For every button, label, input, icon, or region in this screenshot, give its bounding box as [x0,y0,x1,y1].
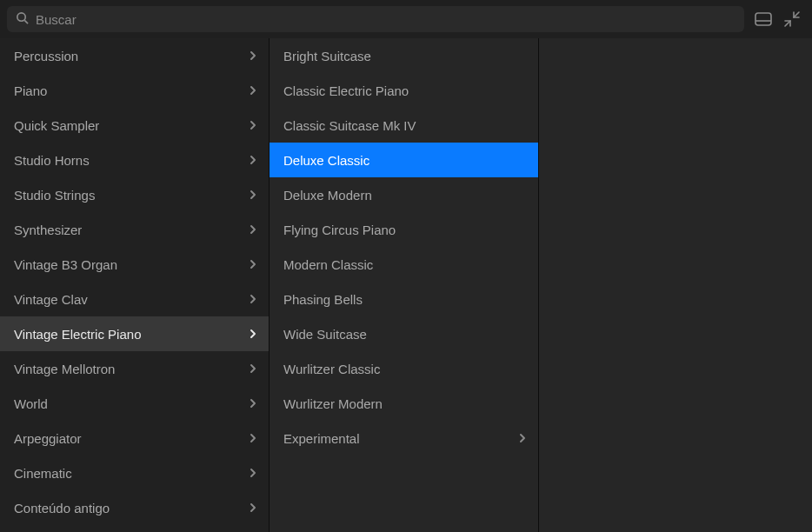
category-item[interactable]: Studio Horns [0,143,269,177]
svg-rect-2 [755,13,771,25]
preset-item[interactable]: Modern Classic [270,247,538,282]
category-item[interactable]: Studio Strings [0,177,269,212]
chevron-right-icon [250,257,256,272]
category-item[interactable]: Vintage B3 Organ [0,247,269,282]
chevron-right-icon [250,49,256,63]
detail-column [539,38,812,532]
preset-item[interactable]: Wurlitzer Classic [270,351,538,386]
category-item[interactable]: Arpeggiator [0,421,269,456]
preset-item[interactable]: Experimental [270,421,538,456]
preset-item-label: Phasing Bells [283,292,363,307]
category-item[interactable]: Percussion [0,38,269,73]
chevron-right-icon [250,118,256,133]
preset-item-label: Wide Suitcase [283,327,367,342]
chevron-right-icon [519,431,526,446]
chevron-right-icon [250,362,256,376]
preset-item-label: Flying Circus Piano [283,223,396,237]
chevron-right-icon [250,466,256,481]
category-item[interactable]: Conteúdo antigo [0,490,269,525]
category-item[interactable]: Synthesizer [0,212,269,247]
preset-item-label: Classic Electric Piano [283,83,409,98]
category-item-label: Piano [14,83,47,98]
preset-item-label: Deluxe Modern [283,188,372,203]
chevron-right-icon [250,153,256,168]
browser-columns: PercussionPianoQuick SamplerStudio Horns… [0,38,812,532]
category-item-label: World [14,396,48,411]
preset-item[interactable]: Phasing Bells [270,282,538,316]
collapse-icon[interactable] [784,11,800,27]
view-mode-icon[interactable] [755,12,772,26]
category-item[interactable]: Piano [0,73,269,108]
category-item-label: Studio Horns [14,153,90,168]
top-bar [0,0,812,38]
category-item-label: Cinematic [14,466,72,481]
preset-item-label: Classic Suitcase Mk IV [283,118,416,133]
category-item-label: Percussion [14,49,78,63]
category-item[interactable]: Quick Sampler [0,108,269,143]
preset-item-label: Wurlitzer Modern [283,396,383,411]
category-item[interactable]: World [0,386,269,421]
toolbar-right [755,11,805,27]
category-item-label: Vintage Clav [14,292,88,307]
preset-item-label: Wurlitzer Classic [283,362,380,376]
preset-item[interactable]: Classic Electric Piano [270,73,538,108]
chevron-right-icon [250,292,256,307]
preset-column: Bright SuitcaseClassic Electric PianoCla… [270,38,539,532]
preset-item-label: Bright Suitcase [283,49,371,63]
category-item[interactable]: Vintage Electric Piano [0,316,269,351]
svg-line-4 [794,12,799,17]
preset-item[interactable]: Deluxe Classic [270,143,538,177]
chevron-right-icon [250,188,256,203]
category-item[interactable]: Vintage Mellotron [0,351,269,386]
preset-item[interactable]: Classic Suitcase Mk IV [270,108,538,143]
preset-item[interactable]: Bright Suitcase [270,38,538,73]
preset-item[interactable]: Flying Circus Piano [270,212,538,247]
category-item-label: Vintage Mellotron [14,362,115,376]
category-item-label: Conteúdo antigo [14,501,110,515]
search-container[interactable] [7,6,744,32]
preset-item-label: Experimental [283,431,360,446]
category-item[interactable]: Cinematic [0,456,269,490]
category-column: PercussionPianoQuick SamplerStudio Horns… [0,38,270,532]
category-item-label: Synthesizer [14,223,82,237]
category-item-label: Arpeggiator [14,431,82,446]
preset-item[interactable]: Deluxe Modern [270,177,538,212]
category-item-label: Studio Strings [14,188,95,203]
search-input[interactable] [36,12,735,27]
category-item-label: Quick Sampler [14,118,99,133]
preset-item[interactable]: Wide Suitcase [270,316,538,351]
chevron-right-icon [250,223,256,237]
svg-line-1 [24,20,28,23]
preset-item[interactable]: Wurlitzer Modern [270,386,538,421]
category-item-label: Vintage Electric Piano [14,327,141,342]
category-item-label: Vintage B3 Organ [14,257,117,272]
svg-line-5 [785,21,790,26]
category-item[interactable]: Vintage Clav [0,282,269,316]
chevron-right-icon [250,327,256,342]
chevron-right-icon [250,431,256,446]
svg-point-0 [17,12,25,20]
preset-item-label: Deluxe Classic [283,153,369,168]
chevron-right-icon [250,501,256,515]
search-icon [16,11,29,28]
preset-item-label: Modern Classic [283,257,373,272]
chevron-right-icon [250,396,256,411]
chevron-right-icon [250,83,256,98]
